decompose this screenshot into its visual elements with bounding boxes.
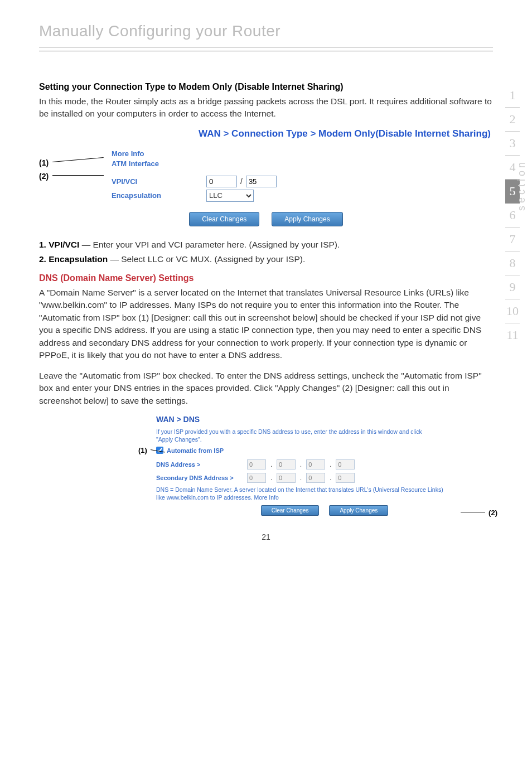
dns-callout-line-2 [461, 512, 485, 512]
dns-address-label: DNS Address > [156, 461, 243, 468]
secondary-dns-label: Secondary DNS Address > [156, 475, 243, 481]
wan-breadcrumb: WAN > Connection Type > Modem Only(Disab… [39, 128, 493, 139]
clear-changes-button[interactable]: Clear Changes [189, 212, 259, 226]
rail-item-7[interactable]: 7 [505, 227, 520, 251]
callout-1: (1) [39, 158, 49, 167]
vpi-vci-label: VPI/VCI [112, 177, 206, 186]
dns-addr-oct3[interactable] [306, 459, 325, 469]
rail-item-11[interactable]: 11 [505, 323, 520, 347]
vpi-vci-description: 1. VPI/VCI — Enter your VPI and VCI para… [39, 240, 493, 250]
encapsulation-description: 2. Encapsulation — Select LLC or VC MUX.… [39, 254, 493, 264]
sec-dns-oct4[interactable] [336, 473, 355, 483]
section-rail: section 1 2 3 4 5 6 7 8 9 10 11 [501, 84, 524, 347]
dns-callout-2: (2) [489, 509, 497, 517]
page-title: Manually Configuring your Router [39, 22, 493, 47]
dns-addr-oct2[interactable] [277, 459, 296, 469]
encapsulation-label: Encapsulation [112, 191, 206, 200]
callout-2: (2) [39, 172, 49, 181]
rail-item-9[interactable]: 9 [505, 275, 520, 299]
dns-addr-oct4[interactable] [336, 459, 355, 469]
rail-item-2[interactable]: 2 [505, 108, 520, 132]
more-info-link[interactable]: More Info [112, 149, 144, 158]
vpi-vci-slash: / [240, 177, 243, 186]
atm-interface-label: ATM Interface [112, 159, 493, 168]
dns-addr-oct1[interactable] [247, 459, 266, 469]
callout-line-2 [52, 175, 104, 176]
vpi-input[interactable] [206, 176, 237, 187]
dns-callout-1: (1) [138, 446, 147, 454]
rail-item-1[interactable]: 1 [505, 84, 520, 108]
dns-clear-changes-button[interactable]: Clear Changes [261, 505, 320, 516]
section1-heading: Setting your Connection Type to Modem On… [39, 82, 493, 92]
divider [39, 51, 493, 51]
button-row: Clear Changes Apply Changes [39, 212, 493, 226]
dns-footer-note: DNS = Domain Name Server. A server locat… [156, 486, 446, 501]
automatic-from-isp-label: Automatic from ISP [167, 447, 224, 454]
rail-item-3[interactable]: 3 [505, 132, 520, 156]
dns-settings-block: (1) WAN > DNS If your ISP provided you w… [156, 415, 493, 516]
atm-interface-block: (1) (2) More Info ATM Interface VPI/VCI … [39, 148, 493, 202]
dns-instruction: If your ISP provided you with a specific… [156, 428, 435, 443]
section1-body: In this mode, the Router simply acts as … [39, 95, 493, 120]
encapsulation-select[interactable]: LLC [206, 190, 254, 202]
apply-changes-button[interactable]: Apply Changes [272, 212, 342, 226]
dns-body-2: Leave the "Automatic from ISP" box check… [39, 370, 493, 407]
sec-dns-oct2[interactable] [277, 473, 296, 483]
wan-dns-breadcrumb: WAN > DNS [156, 415, 493, 424]
sec-dns-oct1[interactable] [247, 473, 266, 483]
rail-item-8[interactable]: 8 [505, 251, 520, 275]
vci-input[interactable] [246, 176, 277, 187]
dns-apply-changes-button[interactable]: Apply Changes [329, 505, 388, 516]
section-label: section [516, 159, 528, 211]
dns-button-row: Clear Changes Apply Changes [156, 505, 493, 516]
more-info-link-2[interactable]: More Info [254, 494, 278, 501]
callout-line-1 [52, 157, 104, 162]
page-number: 21 [39, 533, 493, 541]
rail-item-10[interactable]: 10 [505, 299, 520, 323]
sec-dns-oct3[interactable] [306, 473, 325, 483]
dns-body-1: A "Domain Name Server" is a server locat… [39, 287, 493, 362]
dns-heading: DNS (Domain Name Server) Settings [39, 273, 493, 283]
